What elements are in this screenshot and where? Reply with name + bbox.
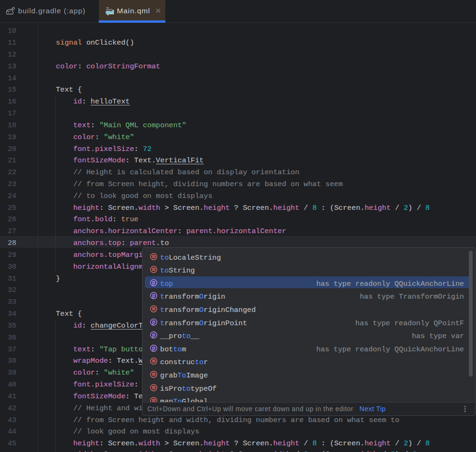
svg-text:p: p — [152, 345, 155, 352]
svg-text:m: m — [152, 266, 155, 273]
svg-text:m: m — [152, 254, 155, 260]
svg-text:p: p — [152, 332, 155, 339]
svg-text:m: m — [152, 306, 155, 312]
svg-text:m: m — [152, 385, 155, 391]
svg-text:m: m — [152, 371, 155, 378]
svg-text:p: p — [152, 293, 155, 300]
svg-text:m: m — [152, 358, 155, 365]
svg-text:p: p — [152, 319, 155, 326]
svg-text:qml: qml — [106, 10, 114, 15]
svg-text:p: p — [152, 280, 155, 286]
